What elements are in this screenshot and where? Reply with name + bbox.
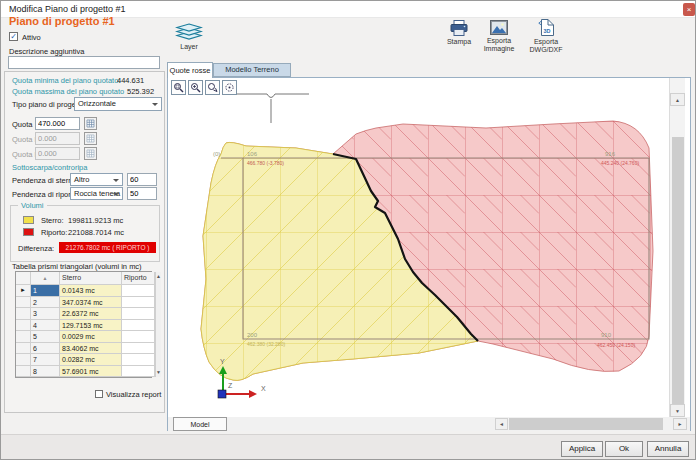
cell-num: 2: [31, 297, 60, 309]
esporta-immagine-button[interactable]: Esporta Immagine: [478, 20, 520, 53]
label-bl-num: 200: [247, 332, 258, 338]
cell-sterro: 22.6372 mc: [60, 308, 122, 320]
map-drawing: (0) 106 466.780 (-3.780) 916 445.240 (24…: [201, 94, 653, 398]
quota-p2-picker-button[interactable]: [84, 132, 97, 145]
tab-quote-rosse[interactable]: Quote rosse: [167, 62, 213, 78]
vertical-scroll-thumb[interactable]: [672, 137, 684, 404]
scroll-up-icon[interactable]: ▲: [670, 93, 685, 106]
cell-selector: [16, 354, 31, 366]
image-icon: [490, 20, 508, 35]
window-title: Modifica Piano di progetto #1: [9, 4, 126, 14]
esporta-dwg-label: Esporta DWG/DXF: [529, 38, 562, 54]
pendenza-sterro-combobox[interactable]: Altro: [70, 173, 123, 186]
model-space-tab[interactable]: Model: [173, 417, 227, 431]
sterro-swatch: [23, 216, 34, 224]
sottoscarpa-label: Sottoscarpa/controripa: [12, 163, 87, 172]
layer-button[interactable]: Layer: [167, 23, 211, 51]
pendenza-sterro-number[interactable]: [127, 173, 157, 186]
quota-min-label: Quota minima del piano quotato:: [12, 76, 120, 85]
dwg-icon-text: 3D: [544, 28, 551, 34]
annulla-button[interactable]: Annulla: [647, 441, 689, 457]
esporta-immagine-label: Esporta Immagine: [484, 37, 515, 53]
cell-sterro: 347.0374 mc: [60, 297, 122, 309]
scroll-right-icon[interactable]: ►: [673, 418, 687, 430]
pendenza-sterro-label: Pendenza di sterro:: [12, 176, 77, 185]
quota-p2-input[interactable]: [35, 132, 80, 145]
header-sterro[interactable]: Sterro: [60, 272, 122, 285]
differenza-label: Differenza:: [18, 244, 54, 253]
cell-selector: [16, 331, 31, 343]
attivo-checkbox[interactable]: [9, 32, 18, 41]
table-row[interactable]: 3 22.6372 mc: [16, 308, 155, 320]
table-row[interactable]: ► 1 0.0143 mc: [16, 285, 155, 297]
cell-riporto: [122, 308, 155, 320]
visualizza-report-label: Visualizza report: [106, 390, 161, 399]
label-tr-val: 445.240 (24.760): [601, 160, 639, 166]
visualizza-report-checkbox[interactable]: [95, 390, 103, 398]
grid-icon: [86, 134, 95, 143]
scroll-up-icon[interactable]: ▲: [156, 272, 161, 281]
applica-button[interactable]: Applica: [561, 441, 603, 457]
riporto-swatch: [23, 228, 34, 236]
tab-modello-terreno[interactable]: Modello Terreno (DTM): [213, 63, 291, 77]
cell-selector: [16, 320, 31, 332]
dialog-modifica-piano: Modifica Piano di progetto #1 × Piano di…: [0, 0, 696, 460]
stampa-button[interactable]: Stampa: [439, 20, 479, 46]
tipo-combobox[interactable]: Orizzontale: [74, 97, 162, 111]
horizontal-scroll-thumb[interactable]: [509, 418, 663, 430]
table-row[interactable]: 7 0.0282 mc: [16, 354, 155, 366]
ok-button[interactable]: Ok: [605, 441, 643, 457]
quota-input[interactable]: [35, 117, 80, 130]
header-riporto[interactable]: Riporto: [122, 272, 155, 285]
cell-selector: [16, 308, 31, 320]
pendenza-riporto-number[interactable]: [127, 187, 157, 200]
cell-selector: [16, 343, 31, 355]
cell-num: 4: [31, 320, 60, 332]
table-row[interactable]: 4 129.7153 mc: [16, 320, 155, 332]
scroll-down-icon[interactable]: ▼: [670, 404, 685, 417]
cell-sterro: 0.0282 mc: [60, 354, 122, 366]
tab-quote-rosse-label: Quote rosse: [170, 66, 211, 75]
cell-riporto: [122, 285, 155, 297]
table-row[interactable]: 2 347.0374 mc: [16, 297, 155, 309]
label-br-val: 462.450 (24.150): [597, 342, 635, 348]
north-symbol: [233, 94, 309, 123]
cell-sterro: 57.6901 mc: [60, 366, 122, 378]
riporto-label: Riporto:: [41, 228, 67, 237]
scroll-down-icon[interactable]: ▼: [156, 368, 161, 377]
pendenza-riporto-combobox[interactable]: Roccia tenera (S: [70, 187, 123, 200]
printer-icon: [450, 20, 468, 36]
close-button[interactable]: ×: [683, 3, 695, 16]
cell-riporto: [122, 343, 155, 355]
dwg-file-icon: 3D: [538, 19, 554, 36]
table-row[interactable]: 8 57.6901 mc: [16, 366, 155, 378]
cell-sterro: 129.7153 mc: [60, 320, 122, 332]
table-row[interactable]: 6 83.4062 mc: [16, 343, 155, 355]
cell-selector: [16, 366, 31, 378]
map-vertical-scrollbar[interactable]: ▲ ▼: [669, 78, 685, 417]
quota-p3-picker-button[interactable]: [84, 147, 97, 160]
quota-picker-button[interactable]: [84, 117, 97, 130]
table-row[interactable]: 5 0.0029 mc: [16, 331, 155, 343]
sort-icon[interactable]: ▲: [31, 272, 60, 285]
zoom-extents-button[interactable]: [222, 80, 237, 95]
zoom-window-icon: [173, 82, 184, 93]
prism-table-grid: ▲ Sterro Riporto ► 1 0.0143 mc 2 347.037…: [16, 272, 155, 377]
map-canvas[interactable]: (0) 106 466.780 (-3.780) 916 445.240 (24…: [168, 78, 669, 417]
zoom-previous-button[interactable]: [205, 80, 220, 95]
scroll-left-icon[interactable]: ◄: [495, 418, 508, 430]
esporta-dwg-button[interactable]: 3D Esporta DWG/DXF: [522, 19, 570, 54]
table-header-row: ▲ Sterro Riporto: [16, 272, 155, 285]
table-scrollbar[interactable]: ▲ ▼: [155, 272, 161, 377]
prism-table: ▲ Sterro Riporto ► 1 0.0143 mc 2 347.037…: [15, 271, 152, 378]
zoom-window-button[interactable]: [171, 80, 186, 95]
quota-p3-input[interactable]: [35, 147, 80, 160]
cell-riporto: [122, 331, 155, 343]
pendenza-sterro-value: Altro: [74, 175, 89, 184]
quota-min-value: 444.631: [117, 76, 144, 85]
zoom-in-button[interactable]: [188, 80, 203, 95]
riporto-value: 221088.7014 mc: [68, 228, 124, 237]
cell-num: 1: [31, 285, 60, 297]
descrizione-input[interactable]: [8, 56, 160, 69]
cell-riporto: [122, 320, 155, 332]
